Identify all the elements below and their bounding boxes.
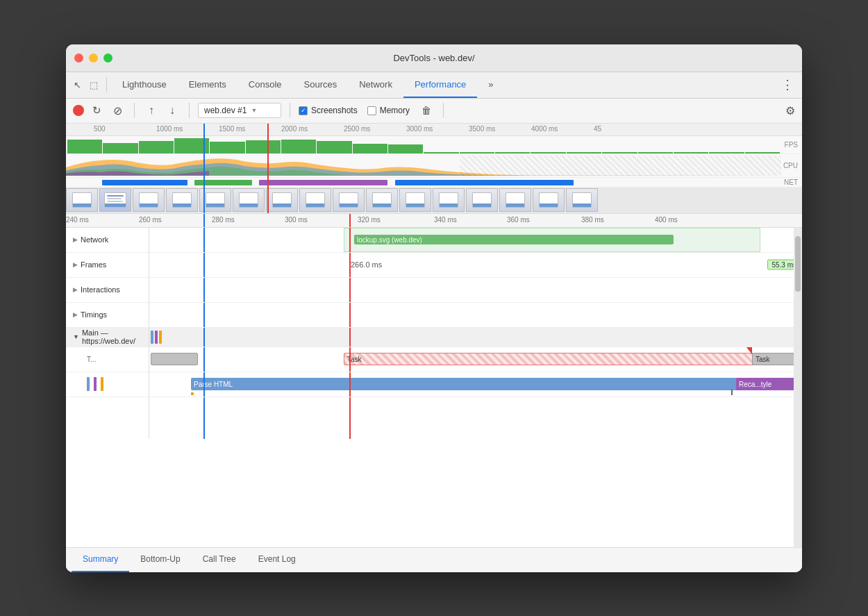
net-row: NET <box>66 178 802 188</box>
task-bar-long[interactable]: Task <box>344 353 778 365</box>
overview-ruler: 500 1000 ms 1500 ms 2000 ms 2500 ms 3000… <box>66 124 802 136</box>
memory-checkbox[interactable] <box>367 106 376 115</box>
vertical-scrollbar[interactable] <box>794 228 802 547</box>
tab-console[interactable]: Console <box>237 72 293 98</box>
track-label-frames[interactable]: ▶ Frames <box>66 253 149 277</box>
tick-1000: 1000 ms <box>156 125 183 133</box>
tab-call-tree[interactable]: Call Tree <box>192 547 247 572</box>
stop-icon[interactable]: ⊘ <box>109 102 126 119</box>
bottom-tabs: Summary Bottom-Up Call Tree Event Log <box>66 547 802 572</box>
track-label-main[interactable]: ▼ Main — https://web.dev/ <box>66 328 149 347</box>
chevron-down-icon: ▼ <box>251 107 257 114</box>
detail-ruler: 240 ms 260 ms 280 ms 300 ms 320 ms 340 m… <box>66 214 802 228</box>
track-frames: ▶ Frames 266.0 ms 55.3 ms <box>66 253 802 278</box>
tab-network[interactable]: Network <box>348 72 403 98</box>
tab-performance[interactable]: Performance <box>403 72 477 98</box>
net-label: NET <box>784 178 798 186</box>
timeline-detail: 240 ms 260 ms 280 ms 300 ms 320 ms 340 m… <box>66 214 802 547</box>
frames-blue-line <box>203 253 205 277</box>
tab-more[interactable]: » <box>477 72 504 98</box>
upload-icon[interactable]: ↑ <box>143 102 160 119</box>
maximize-button[interactable] <box>103 53 112 63</box>
detail-tick-280: 280 ms <box>212 216 235 224</box>
detail-tick-380: 380 ms <box>581 216 604 224</box>
task-blue-line <box>203 347 205 372</box>
url-selector[interactable]: web.dev #1 ▼ <box>198 103 281 118</box>
tab-bottom-up[interactable]: Bottom-Up <box>129 547 191 572</box>
recalc-style-bar[interactable]: Reca...tyle <box>736 378 802 390</box>
fps-row: FPS <box>66 136 802 154</box>
timings-red-line <box>349 303 351 327</box>
tab-sources[interactable]: Sources <box>293 72 349 98</box>
cpu-label: CPU <box>783 162 798 169</box>
track-label-network[interactable]: ▶ Network <box>66 228 149 252</box>
sub-task-line <box>731 390 733 395</box>
track-content-task: Task Task <box>149 347 802 372</box>
devtools-menu[interactable]: ⋮ <box>776 77 799 92</box>
parse-blue-line <box>203 372 205 397</box>
sep2 <box>134 103 135 118</box>
screenshot-11 <box>399 188 431 212</box>
window-title: DevTools - web.dev/ <box>393 53 474 63</box>
main-header-red-line <box>349 328 351 347</box>
tick-500: 500 <box>94 125 106 133</box>
settings-icon[interactable]: ⚙ <box>785 104 795 117</box>
inspect-icon[interactable]: ⬚ <box>85 76 102 93</box>
screenshots-checkbox[interactable] <box>299 106 308 115</box>
scrollbar-thumb[interactable] <box>795 236 801 292</box>
minimize-button[interactable] <box>89 53 98 63</box>
separator <box>106 77 107 92</box>
sep4 <box>290 103 290 118</box>
close-button[interactable] <box>74 53 83 63</box>
track-label-interactions[interactable]: ▶ Interactions <box>66 278 149 302</box>
task-bar-left[interactable] <box>151 353 198 365</box>
tab-event-log[interactable]: Event Log <box>247 547 307 572</box>
timings-blue-line <box>203 303 205 327</box>
cpu-row: CPU <box>66 154 802 178</box>
net-red-line <box>349 228 351 252</box>
track-content-main-header <box>149 328 802 347</box>
screenshot-13 <box>466 188 498 212</box>
sep5 <box>443 103 444 118</box>
screenshot-15 <box>533 188 565 212</box>
tick-45: 45 <box>594 125 601 133</box>
detail-tick-360: 360 ms <box>507 216 530 224</box>
trash-icon[interactable]: 🗑 <box>418 102 435 119</box>
fps-chart <box>66 136 781 153</box>
screenshots-checkbox-label[interactable]: Screenshots <box>299 106 358 115</box>
red-timeline-cursor <box>267 124 269 213</box>
task-red-line <box>349 347 351 372</box>
expand-frames-icon: ▶ <box>73 261 78 268</box>
tab-summary[interactable]: Summary <box>72 547 129 572</box>
timeline-overview[interactable]: 500 1000 ms 1500 ms 2000 ms 2500 ms 3000… <box>66 124 802 214</box>
track-parse-html: Parse HTML Reca...tyle <box>66 372 802 397</box>
track-main-header: ▼ Main — https://web.dev/ <box>66 328 802 347</box>
tab-lighthouse[interactable]: Lighthouse <box>111 72 178 98</box>
track-label-parse-html <box>66 372 149 397</box>
net-blue-line <box>203 228 205 252</box>
refresh-icon[interactable]: ↻ <box>88 102 105 119</box>
download-icon[interactable]: ↓ <box>164 102 181 119</box>
red-detail-cursor <box>349 214 351 227</box>
timeline-tracks: ▶ Network lockup.svg (web.dev) <box>66 228 802 547</box>
screenshot-6 <box>233 188 265 212</box>
tick-1500: 1500 ms <box>219 125 245 133</box>
parse-html-bar[interactable]: Parse HTML <box>191 378 785 390</box>
record-button[interactable] <box>73 105 84 116</box>
blue-detail-cursor <box>203 214 205 227</box>
tab-elements[interactable]: Elements <box>178 72 237 98</box>
network-bar-lockup[interactable]: lockup.svg (web.dev) <box>354 235 674 244</box>
track-interactions: ▶ Interactions <box>66 278 802 303</box>
empty-red-line <box>349 397 351 439</box>
devtools-window: DevTools - web.dev/ ↖ ⬚ Lighthouse Eleme… <box>66 44 802 572</box>
parse-red-line <box>349 372 351 397</box>
sub-task-yellow <box>191 392 194 395</box>
track-empty <box>66 397 802 439</box>
long-task-flag <box>746 347 752 354</box>
cursor-tool-icon[interactable]: ↖ <box>69 76 85 93</box>
tick-2500: 2500 ms <box>344 125 370 133</box>
track-label-timings[interactable]: ▶ Timings <box>66 303 149 327</box>
memory-checkbox-label[interactable]: Memory <box>367 106 410 115</box>
interactions-red-line <box>349 278 351 302</box>
blue-timeline-cursor <box>203 124 205 213</box>
